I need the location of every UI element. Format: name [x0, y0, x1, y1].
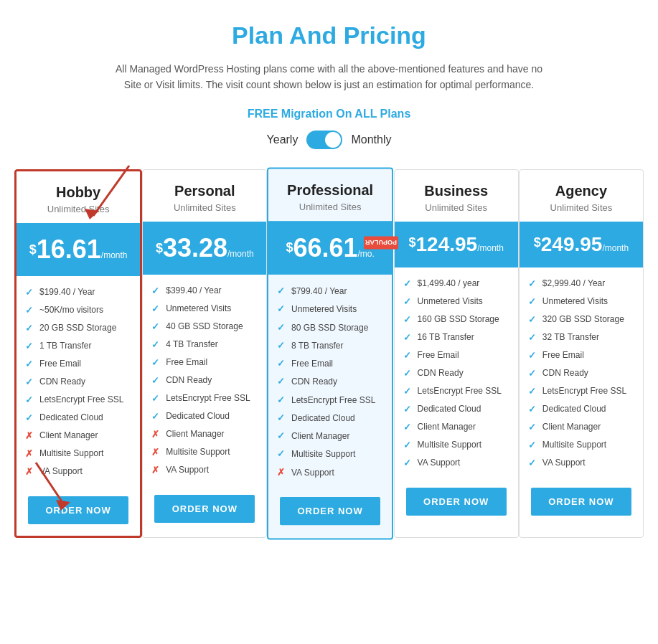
plan-header-professional: ProfessionalUnlimited Sites — [268, 169, 392, 221]
list-item: ✓LetsEncrypt Free SSL — [22, 391, 134, 409]
feature-text: $399.40 / Year — [166, 285, 221, 295]
feature-text: Client Manager — [291, 430, 349, 440]
plan-price-box-business: $124.95/month — [395, 222, 518, 267]
features-list-hobby: ✓$199.40 / Year✓~50K/mo visitors✓20 GB S… — [17, 276, 140, 488]
list-item: ✗Multisite Support — [149, 443, 260, 461]
price-amount-professional: $66.61/mo. — [286, 246, 375, 258]
plan-name-professional: Professional — [277, 181, 383, 198]
feature-text: LetsEncrypt Free SSL — [166, 393, 250, 403]
list-item: ✓Free Email — [274, 354, 386, 372]
list-item: ✓160 GB SSD Storage — [400, 311, 512, 328]
list-item: ✓Unmetered Visits — [274, 300, 386, 318]
plan-name-business: Business — [403, 183, 509, 199]
check-icon: ✓ — [25, 377, 35, 387]
feature-text: Client Manager — [166, 429, 224, 439]
check-icon: ✓ — [528, 368, 538, 379]
list-item: ✓80 GB SSD Storage — [274, 318, 386, 336]
list-item: ✓Dedicated Cloud — [400, 400, 512, 418]
check-icon: ✓ — [528, 458, 538, 468]
list-item: ✓LetsEncrypt Free SSL — [525, 382, 637, 400]
list-item: ✓Dedicated Cloud — [149, 407, 260, 425]
check-icon: ✓ — [403, 332, 413, 343]
list-item: ✓Multisite Support — [525, 436, 637, 454]
list-item: ✓VA Support — [400, 454, 512, 472]
list-item: ✓$199.40 / Year — [22, 283, 134, 301]
features-list-professional: ✓$799.40 / Year✓Unmetered Visits✓80 GB S… — [268, 275, 392, 488]
plan-card-personal: PersonalUnlimited Sites$33.28/month✓$399… — [142, 169, 267, 538]
plan-header-agency: AgencyUnlimited Sites — [520, 170, 643, 222]
page-title: Plan And Pricing — [14, 22, 644, 49]
list-item: ✗Multisite Support — [22, 445, 134, 463]
order-now-button-professional[interactable]: ORDER NOW — [280, 497, 380, 525]
check-icon: ✓ — [528, 404, 538, 415]
features-list-agency: ✓$2,999.40 / Year✓Unmetered Visits✓320 G… — [520, 267, 643, 479]
check-icon: ✓ — [277, 358, 287, 369]
feature-text: VA Support — [39, 466, 83, 476]
feature-text: Dedicated Cloud — [166, 411, 230, 421]
check-icon: ✓ — [151, 357, 161, 368]
order-now-button-hobby[interactable]: ORDER NOW — [28, 496, 128, 524]
list-item: ✓20 GB SSD Storage — [22, 319, 134, 337]
feature-text: 20 GB SSD Storage — [39, 323, 116, 333]
toggle-switch[interactable] — [306, 131, 342, 149]
features-list-business: ✓$1,499.40 / year✓Unmetered Visits✓160 G… — [395, 267, 518, 479]
list-item: ✓LetsEncrypt Free SSL — [274, 390, 386, 408]
plan-header-personal: PersonalUnlimited Sites — [143, 170, 266, 222]
feature-text: Free Email — [166, 357, 207, 367]
plan-subtitle-personal: Unlimited Sites — [151, 202, 258, 213]
cross-icon: ✗ — [25, 430, 35, 441]
list-item: ✗Client Manager — [22, 427, 134, 445]
list-item: ✓Free Email — [525, 346, 637, 364]
feature-text: 8 TB Transfer — [291, 340, 343, 350]
list-item: ✓Free Email — [22, 355, 134, 373]
check-icon: ✓ — [528, 422, 538, 432]
order-now-button-personal[interactable]: ORDER NOW — [154, 495, 255, 523]
check-icon: ✓ — [151, 285, 161, 296]
order-now-button-business[interactable]: ORDER NOW — [406, 488, 507, 516]
list-item: ✓16 TB Transfer — [400, 328, 512, 346]
order-btn-wrap-professional: ORDER NOW — [268, 488, 392, 537]
list-item: ✓320 GB SSD Storage — [525, 311, 637, 328]
order-now-button-agency[interactable]: ORDER NOW — [531, 488, 631, 516]
check-icon: ✓ — [528, 440, 538, 450]
feature-text: $799.40 / Year — [291, 285, 347, 295]
price-amount-agency: $249.95/month — [534, 241, 629, 253]
list-item: ✗VA Support — [22, 463, 134, 480]
plan-subtitle-business: Unlimited Sites — [403, 202, 509, 213]
plan-name-hobby: Hobby — [25, 184, 131, 201]
feature-text: Free Email — [291, 358, 333, 368]
subtitle: All Managed WordPress Hosting plans come… — [14, 61, 644, 93]
feature-text: Client Manager — [418, 422, 476, 432]
plan-card-agency: AgencyUnlimited Sites$249.95/month✓$2,99… — [519, 169, 644, 538]
feature-text: 1 TB Transfer — [39, 341, 91, 351]
feature-text: Unmetered Visits — [291, 304, 357, 314]
feature-text: VA Support — [418, 458, 461, 468]
cross-icon: ✗ — [151, 429, 161, 440]
list-item: ✗VA Support — [274, 463, 386, 480]
check-icon: ✓ — [403, 404, 413, 415]
check-icon: ✓ — [151, 321, 161, 332]
feature-text: Unmetered Visits — [542, 296, 608, 306]
feature-text: Client Manager — [542, 422, 601, 432]
feature-text: Free Email — [418, 350, 459, 360]
price-amount-hobby: $16.61/month — [29, 248, 128, 260]
list-item: ✓Multisite Support — [274, 445, 386, 463]
list-item: ✓Unmetered Visits — [525, 293, 637, 311]
toggle-knob — [325, 132, 341, 148]
check-icon: ✓ — [151, 339, 161, 350]
check-icon: ✓ — [25, 305, 35, 316]
plan-header-hobby: HobbyUnlimited Sites — [17, 171, 140, 223]
cross-icon: ✗ — [277, 466, 287, 477]
feature-text: LetsEncrypt Free SSL — [418, 386, 502, 396]
feature-text: CDN Ready — [39, 377, 85, 387]
plan-name-personal: Personal — [151, 183, 258, 199]
check-icon: ✓ — [277, 430, 287, 441]
feature-text: $1,499.40 / year — [418, 278, 480, 288]
check-icon: ✓ — [277, 412, 287, 423]
list-item: ✓Client Manager — [274, 427, 386, 445]
check-icon: ✓ — [528, 332, 538, 343]
check-icon: ✓ — [528, 314, 538, 325]
plan-price-box-personal: $33.28/month — [143, 222, 266, 275]
check-icon: ✓ — [277, 340, 287, 351]
feature-text: 40 GB SSD Storage — [166, 321, 243, 331]
